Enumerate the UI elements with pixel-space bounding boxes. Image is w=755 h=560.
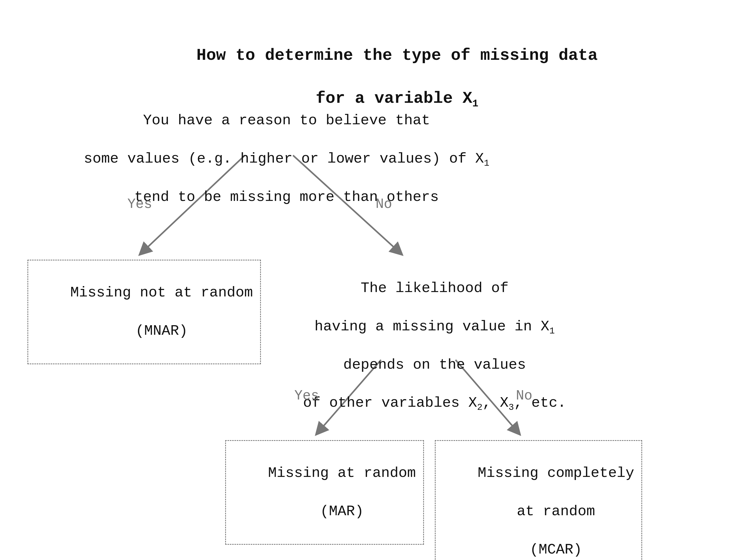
q1-line-2-prefix: some values (e.g. higher or lower values…: [84, 151, 484, 167]
mcar-line-2: at random: [517, 503, 595, 520]
mcar-line-1: Missing completely: [477, 465, 634, 481]
q2-sub-1: 1: [549, 326, 555, 336]
edge-label-q2-no: No: [505, 387, 544, 405]
q2-sub-2: 2: [477, 403, 483, 413]
result-mcar: Missing completely at random (MCAR): [435, 440, 642, 560]
edge-label-q1-yes: Yes: [120, 196, 159, 214]
q2-line-4-prefix: of other variables X: [303, 395, 477, 411]
q2-line-3: depends on the values: [343, 357, 526, 373]
q2-line-1: The likelihood of: [361, 280, 509, 296]
edge-label-q1-no: No: [364, 196, 403, 214]
mnar-line-2: (MNAR): [135, 323, 188, 339]
q1-sub-1: 1: [484, 158, 489, 168]
mar-line-2: (MAR): [320, 503, 364, 520]
q1-line-1: You have a reason to believe that: [143, 112, 430, 129]
question-2: The likelihood of having a missing value…: [226, 260, 609, 432]
q2-line-2-prefix: having a missing value in X: [314, 318, 549, 335]
mar-line-1: Missing at random: [268, 465, 416, 481]
title-line-1: How to determine the type of missing dat…: [197, 46, 598, 65]
diagram-stage: How to determine the type of missing dat…: [0, 0, 755, 560]
question-1: You have a reason to believe that some v…: [0, 92, 538, 226]
edge-label-q2-yes: Yes: [287, 387, 326, 405]
result-mar: Missing at random (MAR): [225, 440, 424, 545]
mcar-line-3: (MCAR): [530, 541, 582, 558]
